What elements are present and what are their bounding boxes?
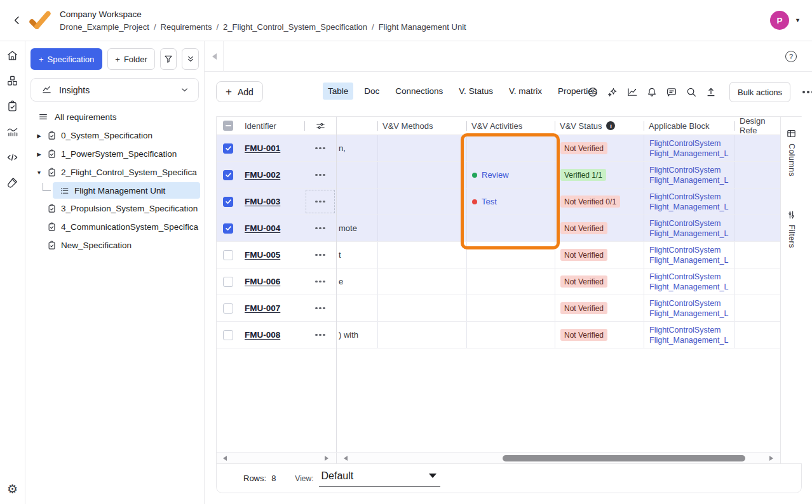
row-actions-cell[interactable]	[304, 269, 336, 295]
row-identifier-cell[interactable]: FMU-002	[240, 162, 304, 188]
row-actions-cell[interactable]	[304, 135, 336, 161]
table-row[interactable]: FMU-005tNot VerifiedFlightControlSystemF…	[217, 242, 780, 269]
row-methods-cell[interactable]	[377, 215, 466, 241]
block-link[interactable]: FlightControlSystemFlight_Management_L	[649, 298, 728, 319]
requirement-link[interactable]: FMU-003	[245, 197, 280, 206]
column-header-design-reference[interactable]: Design Refe	[734, 117, 780, 135]
ai-sparkles-icon[interactable]	[607, 86, 618, 98]
row-select-cell[interactable]	[217, 269, 240, 295]
block-link[interactable]: FlightControlSystemFlight_Management_L	[649, 138, 728, 159]
column-header-vv-status[interactable]: V&V Status i	[555, 117, 644, 135]
row-actions-cell[interactable]	[304, 189, 336, 215]
metrics-chart-icon[interactable]	[626, 86, 638, 98]
row-design-cell[interactable]	[734, 135, 780, 161]
row-block-cell[interactable]: FlightControlSystemFlight_Management_L	[644, 215, 734, 241]
filter-button[interactable]	[160, 48, 177, 70]
expand-arrow-icon[interactable]: ▶	[36, 151, 43, 157]
row-methods-cell[interactable]	[377, 322, 466, 348]
row-activities-cell[interactable]	[466, 269, 555, 295]
back-button[interactable]	[8, 11, 27, 30]
row-select-cell[interactable]	[217, 242, 240, 268]
row-design-cell[interactable]	[734, 215, 780, 241]
row-select-cell[interactable]	[217, 322, 240, 348]
row-activities-cell[interactable]: Review	[466, 162, 555, 188]
row-methods-cell[interactable]	[377, 189, 466, 215]
sidebar-item-new-specification[interactable]: New_Specification	[25, 236, 204, 255]
collapse-panel-button[interactable]	[205, 41, 224, 72]
row-checkbox[interactable]	[223, 303, 233, 314]
sidebar-item-4-communication-specification[interactable]: 4_CommunicationSystem_Specifica	[25, 218, 204, 236]
row-design-cell[interactable]	[734, 162, 780, 188]
row-select-cell[interactable]	[217, 162, 240, 188]
row-identifier-cell[interactable]: FMU-003	[240, 189, 304, 215]
activity-link[interactable]: Test	[482, 197, 497, 206]
block-link[interactable]: FlightControlSystemFlight_Management_L	[649, 192, 728, 212]
breadcrumb-item[interactable]: Flight Management Unit	[379, 22, 466, 32]
sidebar-item-0-system-specification[interactable]: ▶ 0_System_Specification	[25, 126, 204, 145]
row-menu-icon[interactable]	[313, 278, 328, 286]
row-block-cell[interactable]: FlightControlSystemFlight_Management_L	[644, 189, 734, 215]
row-checkbox[interactable]	[223, 197, 233, 207]
row-actions-cell[interactable]	[304, 295, 336, 321]
row-identifier-cell[interactable]: FMU-004	[240, 215, 304, 241]
row-activities-cell[interactable]	[466, 322, 555, 348]
requirement-link[interactable]: FMU-005	[245, 250, 280, 260]
activity-link[interactable]: Review	[482, 170, 509, 180]
row-design-cell[interactable]	[734, 242, 780, 268]
row-identifier-cell[interactable]: FMU-007	[240, 295, 304, 321]
row-actions-cell[interactable]	[304, 215, 336, 241]
block-link[interactable]: FlightControlSystemFlight_Management_L	[649, 245, 728, 265]
search-icon[interactable]	[686, 86, 697, 98]
row-activities-cell[interactable]	[466, 295, 555, 321]
column-header-row-settings[interactable]	[304, 117, 336, 135]
row-description-cell[interactable]: ) with	[336, 322, 377, 348]
row-description-cell[interactable]: n,	[336, 135, 377, 161]
row-status-cell[interactable]: Verified 1/1	[555, 162, 644, 188]
tab-doc[interactable]: Doc	[359, 83, 384, 100]
scroll-left-arrow[interactable]	[220, 456, 227, 461]
notifications-bell-icon[interactable]	[646, 86, 658, 98]
row-methods-cell[interactable]	[377, 135, 466, 161]
block-link[interactable]: FlightControlSystemFlight_Management_L	[649, 218, 728, 239]
frozen-pane-scrollbar[interactable]	[218, 453, 334, 464]
scrollbar-thumb[interactable]	[503, 455, 745, 461]
breadcrumb-item[interactable]: Requirements	[161, 22, 212, 32]
row-status-cell[interactable]: Not Verified 0/1	[555, 189, 644, 215]
row-design-cell[interactable]	[734, 189, 780, 215]
row-actions-cell[interactable]	[304, 242, 336, 268]
row-select-cell[interactable]	[217, 215, 240, 241]
row-block-cell[interactable]: FlightControlSystemFlight_Management_L	[644, 322, 734, 348]
row-actions-cell[interactable]	[304, 162, 336, 188]
row-description-cell[interactable]: mote	[336, 215, 377, 241]
analytics-icon[interactable]	[6, 126, 18, 138]
projects-blocks-icon[interactable]	[6, 75, 18, 87]
collapse-all-button[interactable]	[182, 48, 199, 70]
row-methods-cell[interactable]	[377, 269, 466, 295]
sidebar-item-3-propulsion-specification[interactable]: 3_Propulsion_System_Specification	[25, 199, 204, 218]
requirement-link[interactable]: FMU-006	[245, 277, 280, 286]
row-menu-icon[interactable]	[313, 251, 328, 259]
tab-table[interactable]: Table	[323, 83, 353, 100]
table-row[interactable]: FMU-004moteNot VerifiedFlightControlSyst…	[217, 215, 780, 242]
row-methods-cell[interactable]	[377, 242, 466, 268]
all-requirements-item[interactable]: All requirements	[25, 108, 204, 126]
block-link[interactable]: FlightControlSystemFlight_Management_L	[649, 272, 728, 292]
settings-gear-icon[interactable]: ⚙	[7, 482, 18, 496]
help-icon[interactable]: ?	[785, 51, 797, 62]
table-row[interactable]: FMU-001n,Not VerifiedFlightControlSystem…	[217, 135, 780, 162]
tab-v-status[interactable]: V. Status	[454, 83, 498, 100]
row-menu-icon[interactable]	[313, 305, 328, 312]
sidebar-item-1-powersystem-specification[interactable]: ▶ 1_PowerSystem_Specification	[25, 145, 204, 163]
requirements-clipboard-icon[interactable]	[6, 100, 18, 112]
row-checkbox[interactable]	[223, 143, 233, 154]
row-menu-icon[interactable]	[313, 331, 328, 339]
column-header-applicable-block[interactable]: Applicable Block	[644, 117, 734, 135]
row-activities-cell[interactable]	[466, 135, 555, 161]
row-description-cell[interactable]: e	[336, 269, 377, 295]
row-activities-cell[interactable]: Test	[466, 189, 555, 215]
row-description-cell[interactable]	[336, 295, 377, 321]
row-checkbox[interactable]	[223, 277, 233, 287]
row-block-cell[interactable]: FlightControlSystemFlight_Management_L	[644, 162, 734, 188]
testing-tube-icon[interactable]	[6, 176, 18, 189]
row-status-cell[interactable]: Not Verified	[555, 215, 644, 241]
